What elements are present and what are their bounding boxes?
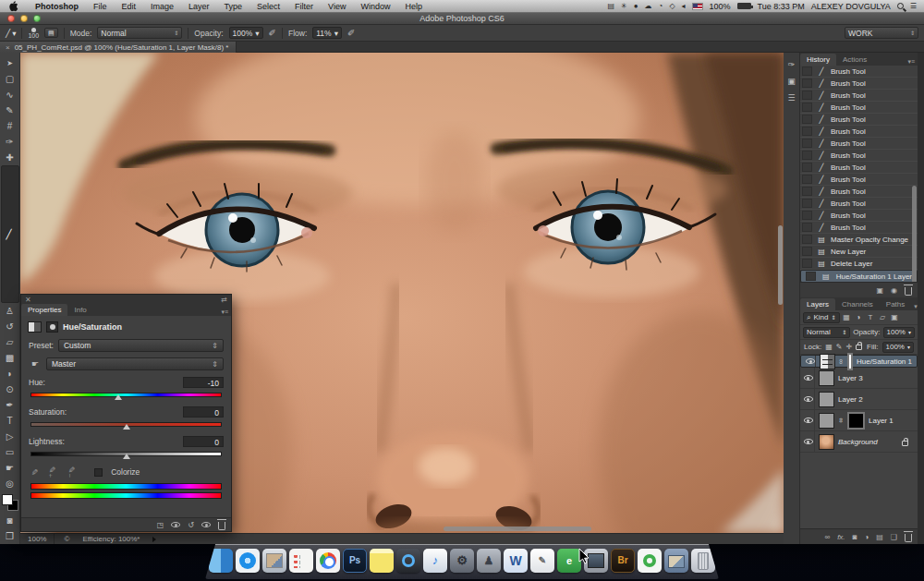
lasso-tool[interactable]: ∿ — [1, 87, 19, 103]
toggle-brush-panel-button[interactable]: ▤ — [44, 28, 58, 38]
history-entry[interactable]: ╱Brush Tool — [800, 90, 918, 102]
healing-brush-tool[interactable]: ✚ — [1, 150, 19, 165]
dock-chrome-icon[interactable] — [316, 549, 340, 573]
dock-system-preferences-icon[interactable]: ⚙ — [450, 549, 474, 573]
menu-edit[interactable]: Edit — [115, 2, 144, 11]
menubar-clock[interactable]: Tue 8:33 PM — [758, 2, 805, 11]
dock-shared-users-icon[interactable]: ♟ — [477, 549, 501, 573]
blend-mode-select[interactable]: Normal⇕ — [97, 27, 182, 39]
crop-tool[interactable]: # — [1, 118, 19, 134]
layer-thumbnail[interactable] — [819, 392, 834, 407]
lock-all-icon[interactable] — [856, 345, 862, 350]
workspace-select[interactable]: WORK⇕ — [845, 27, 918, 39]
hue-slider[interactable] — [30, 391, 222, 400]
layer-name[interactable]: Layer 2 — [838, 395, 863, 404]
adjustment-layer-thumbnail[interactable] — [820, 354, 835, 369]
close-panel-icon[interactable]: ✕ — [25, 296, 31, 304]
eyedropper-subtract-icon[interactable]: ✎₋ — [67, 466, 76, 478]
lock-position-icon[interactable]: ✛ — [845, 343, 852, 351]
history-entry[interactable]: ╱Brush Tool — [800, 114, 918, 126]
dock-preview-icon[interactable] — [262, 549, 286, 573]
layer-visibility-icon[interactable] — [802, 410, 815, 430]
history-entry[interactable]: ▤Master Opacity Change — [800, 234, 918, 246]
weather-icon[interactable]: ☁ — [645, 2, 652, 10]
history-entry-selected[interactable]: ▤Hue/Saturation 1 Layer — [800, 270, 918, 282]
marquee-tool[interactable]: ▢ — [1, 71, 19, 87]
type-tool[interactable]: T — [1, 413, 19, 429]
dock-trash-icon[interactable] — [691, 549, 715, 573]
gradient-tool[interactable]: ▩ — [1, 350, 19, 366]
dock-bridge-icon[interactable]: Br — [611, 549, 635, 573]
mask-icon[interactable] — [46, 321, 58, 333]
menu-help[interactable]: Help — [397, 2, 430, 11]
layer-visibility-icon[interactable] — [802, 431, 815, 452]
battery-icon[interactable] — [737, 3, 751, 9]
character-panel-icon[interactable]: ☰ — [787, 93, 795, 103]
filter-type-icon[interactable]: T — [866, 313, 876, 321]
tab-history[interactable]: History — [800, 54, 836, 66]
new-group-icon[interactable]: ▤ — [876, 533, 883, 541]
layer-row-background[interactable]: Background — [800, 431, 918, 453]
saturation-value[interactable]: 0 — [183, 406, 224, 418]
colorize-checkbox[interactable] — [94, 468, 103, 477]
hand-tool[interactable]: ☛ — [1, 460, 19, 476]
layer-row[interactable]: Layer 3 — [800, 368, 918, 389]
history-scrollbar[interactable] — [912, 186, 917, 282]
tab-info[interactable]: Info — [67, 304, 92, 316]
dock-reminders-icon[interactable] — [289, 549, 313, 573]
input-language-flag-icon[interactable] — [692, 3, 703, 10]
tab-paths[interactable]: Paths — [880, 298, 911, 310]
history-entry[interactable]: ╱Brush Tool — [800, 138, 918, 150]
delete-adjustment-icon[interactable] — [218, 522, 225, 530]
history-entry[interactable]: ╱Brush Tool — [800, 222, 918, 234]
brush-presets-panel-icon[interactable]: ✑ — [788, 60, 796, 69]
layer-name[interactable]: Hue/Saturation 1 — [857, 357, 912, 366]
filter-shape-icon[interactable]: ▱ — [878, 313, 888, 321]
menu-select[interactable]: Select — [249, 2, 287, 11]
properties-panel-dragbar[interactable]: ✕ ⇄ — [21, 295, 231, 304]
view-previous-state-icon[interactable] — [171, 522, 180, 527]
opacity-input[interactable]: 100%▾ — [229, 27, 263, 39]
close-document-icon[interactable]: × — [6, 43, 10, 52]
airbrush-icon[interactable]: ✐ — [347, 28, 355, 38]
dock-photoshop-icon[interactable]: Ps — [343, 549, 367, 573]
dock-downloads-folder-icon[interactable] — [664, 549, 688, 573]
history-entry[interactable]: ╱Brush Tool — [800, 162, 918, 174]
history-brush-tool[interactable]: ↺ — [1, 319, 19, 334]
clone-source-panel-icon[interactable]: ▣ — [787, 77, 796, 86]
link-layers-icon[interactable]: ∞ — [824, 533, 830, 541]
menu-layer[interactable]: Layer — [181, 2, 217, 11]
filter-adjustment-icon[interactable]: ◑ — [854, 313, 864, 321]
status-options-arrow-icon[interactable] — [152, 537, 156, 542]
current-tool-icon[interactable]: ╱▾ — [6, 29, 16, 38]
color-swatches[interactable] — [2, 494, 18, 511]
hue-slider-thumb[interactable] — [115, 394, 122, 400]
reset-adjustment-icon[interactable]: ↺ — [188, 521, 194, 529]
lock-pixels-icon[interactable]: ✎ — [836, 343, 843, 351]
layer-thumbnail[interactable] — [819, 413, 834, 429]
layer-name[interactable]: Layer 3 — [838, 374, 863, 382]
tab-channels[interactable]: Channels — [835, 298, 880, 310]
clip-to-layer-icon[interactable]: ◳ — [157, 521, 164, 529]
channel-select[interactable]: Master⇕ — [46, 357, 224, 370]
path-selection-tool[interactable]: ▷ — [1, 429, 19, 444]
layer-name[interactable]: Background — [838, 438, 878, 446]
document-tab[interactable]: × 05_PH_ComRet.psd @ 100% (Hue/Saturatio… — [0, 42, 237, 53]
brush-preset-picker[interactable]: 100 — [28, 28, 39, 38]
tab-actions[interactable]: Actions — [836, 54, 873, 66]
pressure-opacity-icon[interactable]: ✐ — [269, 28, 276, 38]
saturation-slider[interactable] — [30, 420, 222, 430]
dock-textedit-icon[interactable]: ✎ — [530, 549, 554, 573]
history-entry[interactable]: ▤New Layer — [800, 246, 918, 258]
efficiency-readout[interactable]: Efficiency: 100%* — [82, 535, 140, 543]
menu-window[interactable]: Window — [353, 2, 397, 11]
history-entry[interactable]: ╱Brush Tool — [800, 174, 918, 186]
history-entry[interactable]: ╱Brush Tool — [800, 186, 918, 198]
layer-thumbnail[interactable] — [819, 370, 834, 386]
layer-blend-mode-select[interactable]: Normal⇕ — [803, 327, 850, 338]
eyedropper-add-icon[interactable]: ✎₊ — [47, 466, 56, 478]
tab-layers[interactable]: Layers — [800, 298, 835, 310]
dodge-tool[interactable]: ⊙ — [1, 381, 19, 397]
zoom-tool[interactable]: ◎ — [1, 476, 19, 491]
history-entry[interactable]: ╱Brush Tool — [800, 78, 918, 90]
